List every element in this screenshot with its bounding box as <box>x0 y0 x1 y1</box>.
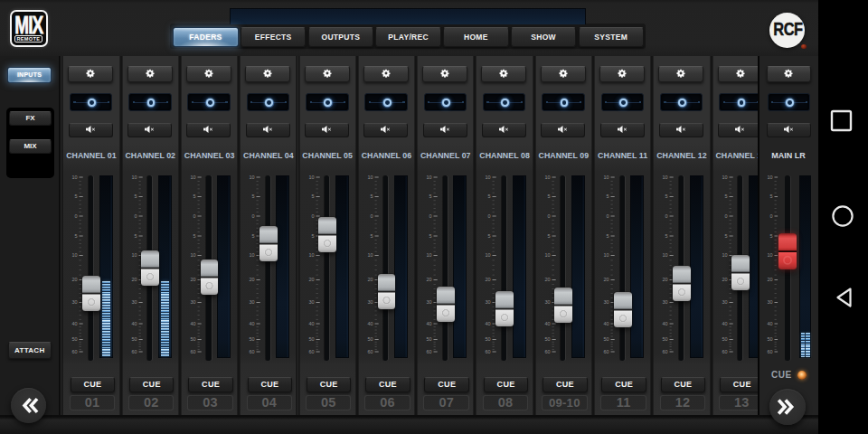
svg-text:0: 0 <box>134 213 137 219</box>
svg-text:20: 20 <box>486 277 491 282</box>
svg-text:10: 10 <box>722 252 727 258</box>
svg-text:30: 30 <box>544 299 550 305</box>
svg-text:20: 20 <box>72 277 78 282</box>
svg-text:40: 40 <box>663 321 668 326</box>
svg-text:5: 5 <box>429 233 432 239</box>
svg-text:10: 10 <box>544 252 550 258</box>
svg-text:10: 10 <box>767 175 772 180</box>
svg-text:5: 5 <box>311 233 314 239</box>
svg-text:10: 10 <box>486 252 491 258</box>
svg-text:10: 10 <box>250 252 255 258</box>
svg-text:60: 60 <box>367 349 373 354</box>
svg-text:30: 30 <box>367 299 373 305</box>
svg-text:5: 5 <box>724 233 727 239</box>
svg-text:50: 50 <box>131 336 137 342</box>
svg-text:60: 60 <box>486 349 491 354</box>
svg-text:5: 5 <box>665 193 668 199</box>
svg-text:10: 10 <box>722 175 727 180</box>
svg-text:50: 50 <box>486 336 491 342</box>
svg-text:20: 20 <box>603 277 609 282</box>
svg-text:50: 50 <box>308 336 314 342</box>
svg-text:30: 30 <box>603 299 609 305</box>
svg-text:10: 10 <box>250 175 255 180</box>
svg-text:5: 5 <box>665 233 668 239</box>
svg-text:10: 10 <box>426 175 431 180</box>
svg-text:0: 0 <box>488 213 491 219</box>
svg-text:5: 5 <box>75 193 78 199</box>
svg-text:10: 10 <box>486 175 491 180</box>
svg-text:5: 5 <box>252 193 255 199</box>
svg-text:50: 50 <box>426 336 431 342</box>
svg-text:0: 0 <box>311 213 314 219</box>
svg-text:20: 20 <box>426 277 431 282</box>
svg-text:30: 30 <box>426 299 431 305</box>
svg-text:0: 0 <box>606 213 609 219</box>
svg-text:5: 5 <box>769 193 772 199</box>
svg-text:20: 20 <box>308 277 314 282</box>
svg-text:60: 60 <box>131 349 137 354</box>
svg-text:10: 10 <box>426 252 431 258</box>
svg-text:50: 50 <box>544 336 550 342</box>
svg-text:20: 20 <box>131 277 137 282</box>
svg-text:50: 50 <box>250 336 255 342</box>
svg-text:30: 30 <box>250 299 255 305</box>
svg-text:20: 20 <box>250 277 255 282</box>
svg-text:20: 20 <box>767 277 772 282</box>
svg-text:40: 40 <box>190 321 195 326</box>
svg-text:40: 40 <box>486 321 491 326</box>
svg-text:10: 10 <box>663 252 668 258</box>
svg-text:60: 60 <box>426 349 431 354</box>
svg-text:30: 30 <box>767 299 772 305</box>
svg-text:5: 5 <box>606 233 609 239</box>
svg-text:50: 50 <box>72 336 78 342</box>
svg-text:30: 30 <box>663 299 668 305</box>
svg-text:60: 60 <box>72 349 78 354</box>
svg-text:20: 20 <box>190 277 195 282</box>
svg-text:10: 10 <box>663 175 668 180</box>
svg-text:5: 5 <box>488 233 491 239</box>
svg-text:5: 5 <box>134 193 137 199</box>
svg-text:40: 40 <box>603 321 609 326</box>
svg-text:0: 0 <box>252 213 255 219</box>
svg-text:5: 5 <box>252 233 255 239</box>
svg-text:10: 10 <box>131 252 137 258</box>
svg-text:60: 60 <box>250 349 255 354</box>
svg-text:10: 10 <box>131 175 137 180</box>
svg-text:50: 50 <box>722 336 727 342</box>
svg-text:50: 50 <box>663 336 668 342</box>
svg-text:5: 5 <box>370 193 373 199</box>
svg-text:10: 10 <box>308 252 314 258</box>
svg-text:20: 20 <box>722 277 727 282</box>
svg-text:5: 5 <box>193 193 195 199</box>
svg-text:0: 0 <box>547 213 550 219</box>
svg-text:0: 0 <box>665 213 668 219</box>
svg-text:40: 40 <box>308 321 314 326</box>
svg-text:40: 40 <box>72 321 78 326</box>
svg-text:10: 10 <box>190 175 195 180</box>
svg-text:40: 40 <box>722 321 727 326</box>
svg-text:60: 60 <box>544 349 550 354</box>
svg-text:10: 10 <box>603 175 609 180</box>
svg-text:30: 30 <box>72 299 78 305</box>
svg-text:20: 20 <box>663 277 668 282</box>
svg-text:5: 5 <box>429 193 432 199</box>
svg-text:5: 5 <box>370 233 373 239</box>
svg-text:10: 10 <box>767 252 772 258</box>
svg-text:60: 60 <box>722 349 727 354</box>
svg-text:30: 30 <box>722 299 727 305</box>
svg-text:60: 60 <box>308 349 314 354</box>
svg-text:30: 30 <box>308 299 314 305</box>
svg-text:5: 5 <box>724 193 727 199</box>
svg-text:40: 40 <box>426 321 431 326</box>
svg-text:60: 60 <box>190 349 195 354</box>
svg-text:30: 30 <box>131 299 137 305</box>
svg-text:5: 5 <box>547 193 550 199</box>
svg-text:5: 5 <box>769 233 772 239</box>
svg-text:5: 5 <box>547 233 550 239</box>
svg-text:10: 10 <box>72 252 78 258</box>
svg-text:40: 40 <box>367 321 373 326</box>
svg-text:30: 30 <box>486 299 491 305</box>
svg-text:0: 0 <box>193 213 195 219</box>
svg-text:0: 0 <box>75 213 78 219</box>
svg-text:40: 40 <box>131 321 137 326</box>
